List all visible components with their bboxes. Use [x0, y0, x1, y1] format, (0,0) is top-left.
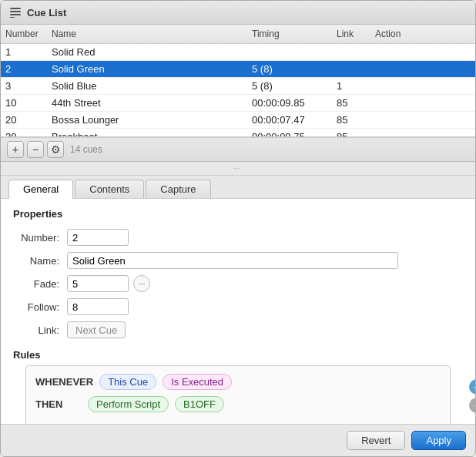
cell-action [370, 129, 424, 136]
cell-scroll [424, 61, 434, 77]
cell-number: 2 [1, 61, 47, 77]
col-name: Name [47, 27, 247, 41]
cell-number: 30 [1, 129, 47, 136]
fade-label: Fade: [13, 278, 59, 290]
perform-script-badge[interactable]: Perform Script [88, 396, 169, 412]
rules-area: WHENEVER This Cue Is Executed THEN Perfo… [25, 365, 451, 424]
follow-row: Follow: [1, 295, 475, 318]
name-label: Name: [13, 255, 59, 267]
col-link: Link [332, 27, 370, 41]
then-row: THEN Perform Script B1OFF [35, 396, 441, 412]
svg-rect-0 [10, 8, 21, 9]
main-window: Cue List Number Name Timing Link Action … [0, 0, 476, 457]
cell-timing: 00:00:09.85 [247, 95, 332, 111]
cell-scroll [424, 129, 434, 136]
table-toolbar: + − ⚙ 14 cues [1, 137, 475, 162]
b1off-badge[interactable]: B1OFF [175, 396, 224, 412]
fade-options-button[interactable]: ··· [133, 275, 150, 292]
col-action: Action [370, 27, 424, 41]
cell-link: 85 [332, 112, 370, 128]
cell-link: 85 [332, 129, 370, 136]
revert-button[interactable]: Revert [347, 431, 405, 450]
drag-handle[interactable]: ⋯ [1, 162, 475, 176]
then-keyword: THEN [35, 398, 82, 410]
cell-name: Bossa Lounger [47, 112, 247, 128]
name-row: Name: [1, 249, 475, 272]
link-row: Link: Next Cue [1, 318, 475, 341]
cell-number: 3 [1, 78, 47, 94]
cell-scroll [424, 112, 434, 128]
cue-list-icon [8, 5, 22, 19]
cell-timing [247, 44, 332, 60]
rules-title: Rules [1, 341, 475, 365]
cell-name: Solid Blue [47, 78, 247, 94]
rules-buttons: + − [469, 379, 475, 413]
drag-handle-dots: ⋯ [233, 164, 243, 173]
remove-cue-button[interactable]: − [27, 141, 44, 158]
add-cue-button[interactable]: + [7, 141, 24, 158]
cell-name: 44th Street [47, 95, 247, 111]
table-row[interactable]: 10 44th Street 00:00:09.85 85 [1, 95, 475, 112]
cell-timing: 5 (8) [247, 78, 332, 94]
cell-number: 20 [1, 112, 47, 128]
cell-scroll [424, 44, 434, 60]
cell-scroll [424, 95, 434, 111]
svg-rect-1 [10, 11, 21, 12]
svg-rect-2 [10, 14, 21, 15]
table-row[interactable]: 30 Breakbeat 00:00:09.75 85 [1, 129, 475, 136]
table-row[interactable]: 3 Solid Blue 5 (8) 1 [1, 78, 475, 95]
cell-link [332, 61, 370, 77]
table-row[interactable]: 2 Solid Green 5 (8) [1, 61, 475, 78]
is-executed-badge[interactable]: Is Executed [163, 374, 232, 390]
follow-label: Follow: [13, 301, 59, 313]
table-row[interactable]: 20 Bossa Lounger 00:00:07.47 85 [1, 112, 475, 129]
add-rule-button[interactable]: + [469, 379, 475, 395]
cue-table: Number Name Timing Link Action 1 Solid R… [1, 25, 475, 137]
window-title: Cue List [27, 7, 66, 18]
fade-row: Fade: ··· [1, 272, 475, 295]
tab-general[interactable]: General [8, 180, 73, 199]
col-timing: Timing [247, 27, 332, 41]
col-scroll [424, 27, 434, 41]
cell-timing: 5 (8) [247, 61, 332, 77]
table-body: 1 Solid Red 2 Solid Green 5 (8) 3 Solid … [1, 44, 475, 136]
cell-timing: 00:00:09.75 [247, 129, 332, 136]
link-label: Link: [13, 324, 59, 336]
this-cue-badge[interactable]: This Cue [99, 374, 156, 390]
number-row: Number: [1, 226, 475, 249]
cell-action [370, 61, 424, 77]
apply-button[interactable]: Apply [411, 431, 466, 450]
cell-link: 85 [332, 95, 370, 111]
tab-capture[interactable]: Capture [146, 180, 210, 198]
whenever-row: WHENEVER This Cue Is Executed [35, 374, 441, 390]
follow-input[interactable] [67, 298, 129, 315]
cell-number: 1 [1, 44, 47, 60]
table-header: Number Name Timing Link Action [1, 25, 475, 44]
cell-timing: 00:00:07.47 [247, 112, 332, 128]
cell-action [370, 78, 424, 94]
title-bar: Cue List [1, 1, 475, 25]
settings-button[interactable]: ⚙ [47, 141, 64, 158]
properties-title: Properties [1, 199, 475, 226]
cell-link: 1 [332, 78, 370, 94]
cell-name: Breakbeat [47, 129, 247, 136]
cell-link [332, 44, 370, 60]
name-input[interactable] [67, 252, 398, 269]
cell-action [370, 112, 424, 128]
cell-action [370, 44, 424, 60]
cell-name: Solid Red [47, 44, 247, 60]
tab-contents[interactable]: Contents [75, 180, 144, 198]
cell-action [370, 95, 424, 111]
table-row[interactable]: 1 Solid Red [1, 44, 475, 61]
cell-scroll [424, 78, 434, 94]
fade-input[interactable] [67, 275, 129, 292]
main-content: Properties Number: Name: Fade: ··· Follo… [1, 199, 475, 424]
remove-rule-button[interactable]: − [469, 398, 475, 413]
col-number: Number [1, 27, 47, 41]
rules-container: WHENEVER This Cue Is Executed THEN Perfo… [13, 365, 463, 424]
fade-input-group: ··· [67, 275, 150, 292]
number-input[interactable] [67, 229, 129, 246]
tabs-bar: General Contents Capture [1, 176, 475, 199]
number-label: Number: [13, 232, 59, 244]
link-button[interactable]: Next Cue [67, 321, 126, 338]
